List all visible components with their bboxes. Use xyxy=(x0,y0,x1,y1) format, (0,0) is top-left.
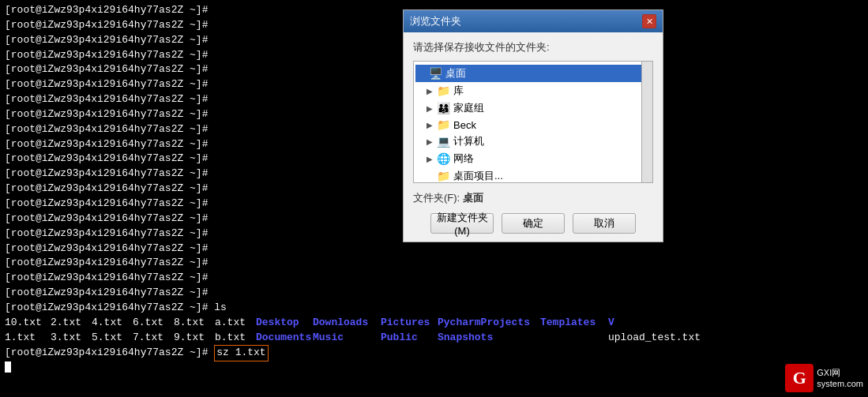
dialog-instruction: 请选择保存接收文件的文件夹: xyxy=(413,40,653,54)
dialog-body: 请选择保存接收文件的文件夹: 🖥️ 桌面 ▶ 📁 库 ▶ � xyxy=(404,32,663,242)
watermark-text: GXI网 system.com xyxy=(817,367,863,390)
tree-label: 计算机 xyxy=(453,134,484,148)
desktop-icon: 🖥️ xyxy=(428,67,442,80)
tree-label: 网络 xyxy=(453,152,474,166)
ls-item-music: Music xyxy=(313,331,381,346)
user-icon: 📁 xyxy=(436,118,450,131)
folder-value: 桌面 xyxy=(463,191,483,205)
tree-item-desktop[interactable]: 🖥️ 桌面 xyxy=(415,65,651,82)
tree-arrow: ▶ xyxy=(426,121,434,129)
new-folder-button[interactable]: 新建文件夹(M) xyxy=(430,213,494,234)
ls-item: 4.txt xyxy=(92,316,133,331)
ls-item-v: V xyxy=(608,316,663,331)
watermark-logo: G xyxy=(785,364,814,392)
ls-item: 1.txt xyxy=(5,331,51,346)
tree-item-more[interactable]: 📁 桌面项目... xyxy=(415,167,651,183)
terminal-cursor xyxy=(5,361,11,373)
folder-tree[interactable]: 🖥️ 桌面 ▶ 📁 库 ▶ 👨‍👩‍👦 家庭组 ▶ xyxy=(413,61,653,183)
tree-arrow: ▶ xyxy=(426,104,434,113)
terminal-line: [root@iZwz93p4xi29i64hy77as2Z ~]# xyxy=(5,286,863,301)
tree-label: 桌面项目... xyxy=(453,169,503,183)
computer-icon: 💻 xyxy=(436,135,450,148)
dialog-title: 浏览文件夹 xyxy=(410,14,461,28)
terminal-line: [root@iZwz93p4xi29i64hy77as2Z ~]# xyxy=(5,242,863,257)
ls-item: 3.txt xyxy=(51,331,92,346)
folder-name-row: 文件夹(F): 桌面 xyxy=(413,191,653,205)
ls-item: 8.txt xyxy=(174,316,215,331)
dialog-buttons: 新建文件夹(M) 确定 取消 xyxy=(413,213,653,234)
ls-item: 10.txt xyxy=(5,316,51,331)
sz-command-line: [root@iZwz93p4xi29i64hy77as2Z ~]# sz 1.t… xyxy=(5,345,863,361)
tree-item-network[interactable]: ▶ 🌐 网络 xyxy=(415,150,651,167)
ls-item: 5.txt xyxy=(92,331,133,346)
ls-item: 9.txt xyxy=(174,331,215,346)
ls-output-row1: 10.txt 2.txt 4.txt 6.txt 8.txt a.txt Des… xyxy=(5,316,863,331)
ls-item-desktop: Desktop xyxy=(256,316,313,331)
watermark: G GXI网 system.com xyxy=(785,364,863,392)
terminal-line: [root@iZwz93p4xi29i64hy77as2Z ~]# xyxy=(5,256,863,271)
ls-item: a.txt xyxy=(215,316,256,331)
terminal-line: [root@iZwz93p4xi29i64hy77as2Z ~]# xyxy=(5,271,863,286)
tree-item-computer[interactable]: ▶ 💻 计算机 xyxy=(415,133,651,150)
tree-arrow: ▶ xyxy=(426,155,434,163)
dialog-titlebar: 浏览文件夹 ✕ xyxy=(404,10,663,32)
ls-item: 7.txt xyxy=(133,331,174,346)
ok-button[interactable]: 确定 xyxy=(502,213,565,234)
tree-label: 家庭组 xyxy=(453,101,484,115)
ls-item-snapshots: Snapshots xyxy=(438,331,540,346)
tree-label: Beck xyxy=(453,119,476,131)
folder-label: 文件夹(F): xyxy=(413,191,460,205)
tree-item-beck[interactable]: ▶ 📁 Beck xyxy=(415,117,651,133)
homegroup-icon: 👨‍👩‍👦 xyxy=(436,102,450,114)
tree-arrow: ▶ xyxy=(426,137,434,146)
browse-folder-dialog[interactable]: 浏览文件夹 ✕ 请选择保存接收文件的文件夹: 🖥️ 桌面 ▶ 📁 库 xyxy=(403,9,663,242)
tree-item-homegroup[interactable]: ▶ 👨‍👩‍👦 家庭组 xyxy=(415,99,651,117)
folder-icon: 📁 xyxy=(436,170,450,182)
ls-item-empty xyxy=(540,331,608,346)
sz-command: sz 1.txt xyxy=(214,345,268,361)
ls-item-pictures: Pictures xyxy=(381,316,438,331)
ls-item-pycharm: PycharmProjects xyxy=(438,316,540,331)
ls-item: 2.txt xyxy=(51,316,92,331)
cancel-button[interactable]: 取消 xyxy=(573,213,636,234)
watermark-line2: system.com xyxy=(817,378,863,389)
tree-label: 桌面 xyxy=(445,66,466,81)
cursor-line xyxy=(5,361,863,373)
library-icon: 📁 xyxy=(436,84,450,97)
tree-arrow: ▶ xyxy=(426,87,434,96)
network-icon: 🌐 xyxy=(436,152,450,165)
ls-item: 6.txt xyxy=(133,316,174,331)
ls-item-public: Public xyxy=(381,331,438,346)
ls-item-documents: Documents xyxy=(256,331,313,346)
sz-prompt: [root@iZwz93p4xi29i64hy77as2Z ~]# xyxy=(5,346,214,361)
dialog-close-button[interactable]: ✕ xyxy=(642,14,656,28)
ls-command: [root@iZwz93p4xi29i64hy77as2Z ~]# ls xyxy=(5,301,863,316)
ls-item-templates: Templates xyxy=(540,316,608,331)
ls-item-downloads: Downloads xyxy=(313,316,381,331)
ls-output-row2: 1.txt 3.txt 5.txt 7.txt 9.txt b.txt Docu… xyxy=(5,331,863,346)
ls-item-upload: upload_test.txt xyxy=(608,331,701,346)
tree-label: 库 xyxy=(453,84,464,98)
watermark-line1: GXI网 xyxy=(817,367,863,378)
tree-item-library[interactable]: ▶ 📁 库 xyxy=(415,82,651,99)
ls-item: b.txt xyxy=(215,331,256,346)
tree-scrollbar[interactable] xyxy=(641,62,652,182)
